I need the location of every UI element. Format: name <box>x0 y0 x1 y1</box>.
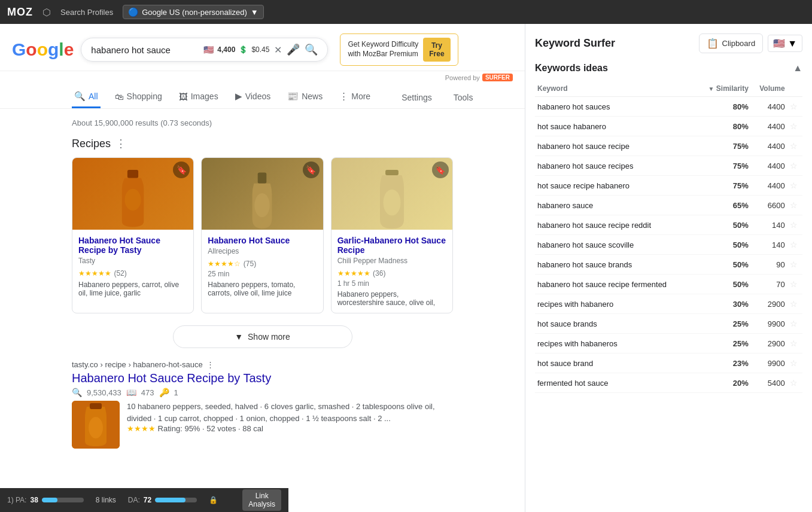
topbar-icon[interactable]: ⬡ <box>42 7 51 18</box>
result-options-icon[interactable]: ⋮ <box>206 360 214 369</box>
kw-star-3[interactable]: ☆ <box>787 156 802 176</box>
table-row: habanero hot sauce recipes 75% 4400 ☆ <box>535 156 802 176</box>
recipe-source-2: Allrecipes <box>208 247 317 255</box>
recipe-title-1[interactable]: Habanero Hot Sauce Recipe by Tasty <box>78 236 187 255</box>
kw-star-1[interactable]: ☆ <box>787 117 802 136</box>
organic-title[interactable]: Habanero Hot Sauce Recipe by Tasty <box>72 371 453 385</box>
table-row: recipes with habaneros 25% 2900 ☆ <box>535 334 802 353</box>
kw-star-11[interactable]: ☆ <box>787 314 802 334</box>
meta-key: 🔑 <box>159 388 169 397</box>
kw-star-12[interactable]: ☆ <box>787 334 802 353</box>
search-flag: 🇺🇸 <box>203 45 214 54</box>
ks-flag-icon: 🇺🇸 <box>773 38 785 49</box>
section-options-icon[interactable]: ⋮ <box>115 137 126 150</box>
tools-link[interactable]: Tools <box>449 88 478 107</box>
kw-star-13[interactable]: ☆ <box>787 353 802 373</box>
bookmark-icon-1[interactable]: 🔖 <box>173 161 190 178</box>
kw-star-10[interactable]: ☆ <box>787 294 802 314</box>
powered-by: Powered by SURFER <box>0 71 525 81</box>
recipe-card-3[interactable]: 🔖 Garlic-Habanero Hot Sauce Recipe Chili… <box>331 157 453 313</box>
serp-panel: Google habanero hot sauce 🇺🇸 4,400 💲 $0.… <box>0 24 525 512</box>
kw-star-9[interactable]: ☆ <box>787 275 802 294</box>
profile-select[interactable]: 🔵 Google US (non-personalized) ▼ <box>123 5 263 19</box>
kw-star-4[interactable]: ☆ <box>787 176 802 196</box>
kw-star-2[interactable]: ☆ <box>787 136 802 156</box>
organic-rating: ★★★★ Rating: 95% · 52 votes · 88 cal <box>127 424 453 433</box>
tab-shopping[interactable]: 🛍 Shopping <box>112 87 165 108</box>
kw-star-8[interactable]: ☆ <box>787 255 802 275</box>
keywords-table: Keyword ▼ Similarity Volume habanero hot… <box>535 81 802 393</box>
clear-icon[interactable]: ✕ <box>274 44 282 56</box>
more-icon: ⋮ <box>339 91 348 102</box>
kw-similarity-0: 80% <box>697 97 751 117</box>
recipe-time-3: 1 hr 5 min <box>337 279 446 288</box>
keywords-ideas-title: Keywords ideas <box>535 63 608 74</box>
profile-flag: 🔵 <box>128 7 138 17</box>
videos-icon: ▶ <box>235 91 242 102</box>
news-icon: 📰 <box>287 91 299 102</box>
collapse-icon[interactable]: ▲ <box>793 63 802 74</box>
clipboard-button[interactable]: 📋 Clipboard <box>699 33 764 53</box>
organic-snippet: 10 habanero peppers, seeded, halved · 6 … <box>72 401 453 449</box>
search-icon[interactable]: 🔍 <box>305 43 318 56</box>
keyword-surfer-panel: Keyword Surfer 📋 Clipboard 🇺🇸 ▼ Keywords… <box>525 24 812 512</box>
pa-progress-fill <box>42 498 58 502</box>
table-row: habanero sauce 65% 6600 ☆ <box>535 196 802 215</box>
kw-volume-4: 4400 <box>751 176 787 196</box>
tab-all[interactable]: 🔍 All <box>72 86 101 108</box>
svg-rect-0 <box>127 170 138 178</box>
col-similarity-header[interactable]: ▼ Similarity <box>697 81 751 97</box>
recipe-card-1[interactable]: 🔖 Habanero Hot Sauce Recipe by Tasty Tas… <box>72 157 194 313</box>
tab-more[interactable]: ⋮ More <box>337 86 373 108</box>
tab-news[interactable]: 📰 News <box>285 86 325 108</box>
kw-star-0[interactable]: ☆ <box>787 97 802 117</box>
organic-thumbnail <box>72 401 120 449</box>
flag-button[interactable]: 🇺🇸 ▼ <box>768 35 802 52</box>
da-label: DA: <box>128 496 140 504</box>
recipe-rating-1: (52) <box>114 269 126 278</box>
recipe-cards: 🔖 Habanero Hot Sauce Recipe by Tasty Tas… <box>72 157 453 313</box>
kw-volume-6: 140 <box>751 215 787 235</box>
kw-star-14[interactable]: ☆ <box>787 373 802 393</box>
tab-images[interactable]: 🖼 Images <box>177 87 221 108</box>
main-container: Google habanero hot sauce 🇺🇸 4,400 💲 $0.… <box>0 24 812 512</box>
search-bar[interactable]: habanero hot sauce 🇺🇸 4,400 💲 $0.45 ✕ 🎤 … <box>81 38 328 62</box>
search-profiles-label: Search Profiles <box>60 8 113 17</box>
table-row: hot sauce brand 23% 9900 ☆ <box>535 353 802 373</box>
meta-book: 📖 <box>126 388 136 397</box>
kd-text: Get Keyword Difficulty with MozBar Premi… <box>348 40 418 59</box>
svg-point-1 <box>125 189 141 211</box>
table-row: habanero hot sauce scoville 50% 140 ☆ <box>535 235 802 255</box>
recipe-card-img-1: 🔖 <box>72 158 193 230</box>
link-analysis-button[interactable]: LinkAnalysis <box>242 489 281 511</box>
table-row: fermented hot sauce 20% 5400 ☆ <box>535 373 802 393</box>
moz-pa-metric: 1) PA: 38 <box>7 496 84 504</box>
moz-da-metric: DA: 72 <box>128 496 197 504</box>
kw-keyword-11: hot sauce brands <box>535 314 697 334</box>
kw-star-7[interactable]: ☆ <box>787 235 802 255</box>
kw-star-5[interactable]: ☆ <box>787 196 802 215</box>
col-volume-header: Volume <box>751 81 787 97</box>
tab-shopping-label: Shopping <box>127 92 162 101</box>
da-progress-fill <box>155 498 185 502</box>
settings-link[interactable]: Settings <box>397 88 437 107</box>
meta-book-num: 473 <box>141 388 154 397</box>
mic-icon[interactable]: 🎤 <box>287 43 300 56</box>
col-keyword-header: Keyword <box>535 81 697 97</box>
recipe-card-2[interactable]: 🔖 Habanero Hot Sauce Allrecipes ★★★★☆ (7… <box>201 157 323 313</box>
kw-keyword-14: fermented hot sauce <box>535 373 697 393</box>
recipe-title-2[interactable]: Habanero Hot Sauce <box>208 236 317 245</box>
tab-videos[interactable]: ▶ Videos <box>233 86 273 108</box>
table-row: hot sauce habanero 80% 4400 ☆ <box>535 117 802 136</box>
link-analysis-btn[interactable]: LinkAnalysis <box>242 489 281 511</box>
bookmark-icon-2[interactable]: 🔖 <box>303 161 320 178</box>
kw-keyword-10: recipes with habanero <box>535 294 697 314</box>
show-more-button[interactable]: ▼ Show more <box>173 325 352 348</box>
recipe-title-3[interactable]: Garlic-Habanero Hot Sauce Recipe <box>337 236 446 255</box>
bookmark-icon-3[interactable]: 🔖 <box>432 161 449 178</box>
kw-keyword-2: habanero hot sauce recipe <box>535 136 697 156</box>
kw-star-6[interactable]: ☆ <box>787 215 802 235</box>
kw-volume-8: 90 <box>751 255 787 275</box>
try-free-button[interactable]: TryFree <box>423 38 450 62</box>
search-input[interactable]: habanero hot sauce <box>91 45 199 55</box>
